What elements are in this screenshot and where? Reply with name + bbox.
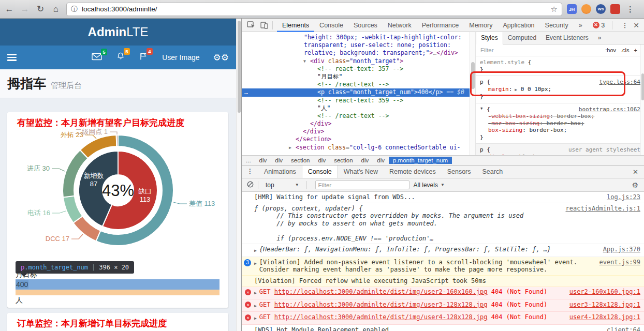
breadcrumb-item[interactable]: section — [330, 157, 357, 164]
styles-tab-computed[interactable]: Computed — [503, 32, 541, 44]
elements-scrollbar-thumb[interactable] — [471, 62, 475, 89]
styles-toggle[interactable]: :hov — [605, 47, 616, 53]
styles-tab-eventlisteners[interactable]: Event Listeners — [541, 32, 593, 44]
console-levels-selector[interactable]: All levels▼ — [414, 182, 445, 189]
devtools-tab-[interactable]: » — [574, 19, 588, 32]
error-count[interactable]: 3 — [602, 22, 605, 29]
target-progress-donut-chart[interactable]: 差值 113DCC 17电话 16进店 30外拓 23二级网点 1缺口113新增… — [7, 127, 228, 249]
dom-tree-row[interactable]: transparent; user-select: none; position… — [242, 41, 470, 49]
drawer-tab-sensors[interactable]: Sensors — [442, 166, 477, 178]
breadcrumb-item[interactable]: div — [373, 157, 389, 164]
devtools-tab-security[interactable]: Security — [540, 19, 574, 32]
console-message-error[interactable]: ✕▶GET http://localhost:3000/adminlte/dis… — [242, 312, 644, 325]
drawer-close-icon[interactable]: ✕ — [626, 166, 644, 178]
breadcrumb-item[interactable]: p.month_target_num — [389, 157, 452, 164]
expand-arrow-icon[interactable]: ▶ — [254, 315, 257, 323]
devtools-tab-elements[interactable]: Elements — [277, 19, 314, 32]
dom-tree-row[interactable]: </section> — [242, 136, 470, 143]
bookmark-star-icon[interactable]: ☆ — [551, 5, 558, 14]
expand-arrow-icon[interactable]: ▶ — [254, 303, 257, 310]
forward-icon[interactable]: → — [19, 4, 31, 14]
console-source-link[interactable]: event.js:99 — [599, 259, 640, 266]
devtools-tab-performance[interactable]: Performance — [417, 19, 464, 32]
style-rule[interactable]: * {bootstrap.css:1062-webkit-box-sizing:… — [476, 103, 644, 144]
dom-tree-row[interactable]: "height: 300px; -webkit-tap-highlight-co… — [242, 34, 470, 41]
dom-tree-row[interactable]: </div> — [242, 120, 470, 128]
messages-menu[interactable]: 5 — [92, 53, 102, 63]
console-message-violation[interactable]: [Violation] Forced reflow while executin… — [242, 276, 644, 287]
console-message-log[interactable]: [HMR] Waiting for update signal from WDS… — [242, 192, 644, 203]
breadcrumb-item[interactable]: ... — [242, 157, 255, 164]
dom-tree-row[interactable]: relative; background: transparent;">…</d… — [242, 49, 470, 57]
devtools-tab-network[interactable]: Network — [383, 19, 417, 32]
address-bar[interactable]: ⓘ localhost:3000/adminlte/ ☆ — [66, 3, 562, 16]
dom-tree-row[interactable]: ▼<div class="month_target"> — [242, 57, 470, 65]
console-message-error[interactable]: ✕▶GET http://localhost:3000/adminlte/dis… — [242, 287, 644, 299]
console-source-link[interactable]: App.js:370 — [603, 246, 640, 253]
styles-toggle[interactable]: .cls — [621, 47, 630, 53]
console-settings-icon[interactable]: ⚙ — [632, 181, 638, 189]
devtools-tab-sources[interactable]: Sources — [348, 19, 383, 32]
elements-scrollbar[interactable] — [470, 32, 476, 155]
style-rule[interactable]: p {user agent stylesheetdisplay: block;} — [476, 144, 644, 155]
expand-arrow-icon[interactable]: ▶ — [254, 260, 257, 268]
breadcrumb-item[interactable]: div — [314, 157, 330, 164]
extension-jh-icon[interactable]: JH — [567, 4, 577, 14]
drawer-tab-search[interactable]: Search — [477, 166, 509, 178]
breadcrumb-item[interactable]: div — [357, 157, 373, 164]
console-message-error[interactable]: ✕▶GET http://localhost:3000/adminlte/dis… — [242, 299, 644, 312]
dom-tree-row[interactable]: "月目标" — [242, 73, 470, 81]
styles-toggle[interactable]: + — [634, 47, 637, 53]
console-filter-input[interactable] — [315, 180, 409, 189]
style-rule[interactable]: p {type.less:64margin: ▶ 0 0 10px;} — [476, 76, 644, 103]
dom-tree-row[interactable]: ▶<section class="col-lg-6 connectedSorta… — [242, 144, 470, 152]
devtools-tab-application[interactable]: Application — [497, 19, 539, 32]
devtools-menu-icon[interactable]: ⋮ — [622, 22, 628, 29]
collapsed-arrow-icon[interactable]: ▶ — [289, 144, 291, 152]
style-rule[interactable]: element.style {} — [476, 56, 644, 76]
console-message-func[interactable]: ƒ (props, context, updater) { // This co… — [242, 203, 644, 245]
stylesheet-source-link[interactable]: type.less:64 — [599, 79, 640, 86]
sidebar-toggle-icon[interactable] — [7, 52, 17, 63]
url-text[interactable]: localhost:3000/adminlte/ — [82, 5, 551, 13]
error-url-link[interactable]: http://localhost:3000/adminlte/dist/img/… — [274, 313, 488, 321]
stylesheet-source-link[interactable]: bootstrap.css:1062 — [579, 106, 640, 113]
chart-slice-二级网点-outer[interactable] — [116, 135, 118, 146]
extension-ws-icon[interactable]: Ws — [596, 4, 606, 14]
page-scrollbar[interactable] — [236, 19, 241, 331]
drawer-menu-icon[interactable]: ⋮ — [242, 166, 258, 178]
console-message-object[interactable]: ▶{HeaderBar: ƒ, NavigationMenu: ƒ, InfoT… — [242, 244, 644, 257]
dom-tree-row[interactable]: </div> — [242, 128, 470, 136]
error-url-link[interactable]: http://localhost:3000/adminlte/dist/img/… — [274, 288, 488, 295]
breadcrumb-item[interactable]: div — [255, 157, 271, 164]
reload-icon[interactable]: ↻ — [34, 4, 47, 14]
expand-arrow-icon[interactable]: ▶ — [254, 247, 257, 255]
dom-tree-row-selected[interactable]: …<p class="month_target_num">400</p> == … — [242, 88, 470, 96]
drawer-tab-animations[interactable]: Animations — [258, 166, 302, 178]
site-info-icon[interactable]: ⓘ — [71, 5, 78, 14]
expand-arrow-icon[interactable]: ▶ — [254, 290, 257, 297]
devtools-tab-memory[interactable]: Memory — [464, 19, 497, 32]
browser-menu-icon[interactable]: ⋮ — [626, 5, 634, 14]
console-source-link[interactable]: reactjsAdminlte.js:1 — [566, 205, 641, 213]
back-icon[interactable]: ← — [3, 4, 16, 14]
devtools-close-icon[interactable]: ✕ — [633, 21, 639, 29]
dom-tree-row[interactable]: <!-- react-text: 357 --> — [242, 65, 470, 73]
styles-scrollbar[interactable] — [640, 44, 644, 155]
breadcrumb-item[interactable]: div — [271, 157, 287, 164]
expanded-arrow-icon[interactable]: ▼ — [303, 57, 306, 65]
dom-tree-row[interactable]: <!-- /react-text --> — [242, 112, 470, 120]
devtools-tab-console[interactable]: Console — [314, 19, 348, 32]
styles-scrollbar-thumb[interactable] — [641, 73, 644, 100]
home-icon[interactable]: ⌂ — [50, 4, 62, 14]
console-source-link[interactable]: user3-128x128.jpg:1 — [569, 301, 640, 309]
dom-tree-row[interactable]: <!-- react-text: 359 --> — [242, 97, 470, 104]
inspect-element-icon[interactable] — [247, 21, 255, 29]
page-scrollbar-thumb[interactable] — [238, 21, 241, 113]
console-context-selector[interactable]: top▼ — [262, 182, 302, 189]
extension-flame-icon[interactable] — [581, 4, 591, 14]
tasks-menu[interactable]: 4 — [139, 52, 148, 63]
styles-tab-[interactable]: » — [593, 32, 606, 44]
styles-filter-input[interactable]: Filter — [480, 47, 494, 53]
console-message-log[interactable]: [WDS] Hot Module Replacement enabled.cli… — [242, 325, 644, 331]
